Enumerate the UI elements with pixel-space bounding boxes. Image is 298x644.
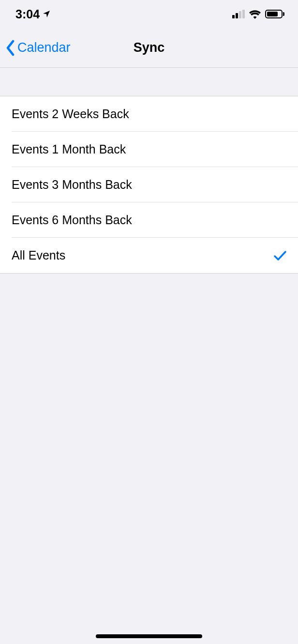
- sync-option-label: Events 2 Weeks Back: [12, 107, 129, 121]
- home-indicator[interactable]: [96, 634, 202, 638]
- status-bar: 3:04: [0, 0, 298, 28]
- checkmark-icon: [274, 250, 286, 261]
- sync-option-label: Events 6 Months Back: [12, 213, 132, 227]
- section-spacer: [0, 68, 298, 96]
- sync-option[interactable]: Events 6 Months Back: [0, 202, 298, 238]
- cellular-signal-icon: [232, 10, 245, 18]
- sync-option-label: Events 1 Month Back: [12, 142, 126, 156]
- sync-option[interactable]: Events 1 Month Back: [0, 132, 298, 167]
- page-title: Sync: [134, 40, 165, 55]
- status-right: [232, 9, 284, 19]
- status-time: 3:04: [15, 7, 40, 21]
- sync-option-label: Events 3 Months Back: [12, 178, 132, 192]
- battery-fill: [267, 12, 278, 16]
- status-left: 3:04: [15, 7, 50, 21]
- battery-icon: [265, 10, 284, 18]
- sync-options-list: Events 2 Weeks BackEvents 1 Month BackEv…: [0, 96, 298, 274]
- sync-option[interactable]: All Events: [0, 238, 298, 273]
- location-icon: [43, 10, 50, 18]
- sync-option-label: All Events: [12, 248, 65, 262]
- back-button[interactable]: Calendar: [0, 40, 71, 56]
- wifi-icon: [249, 9, 261, 19]
- back-label: Calendar: [17, 40, 71, 55]
- chevron-back-icon: [6, 40, 15, 56]
- navigation-bar: Calendar Sync: [0, 28, 298, 68]
- sync-option[interactable]: Events 2 Weeks Back: [0, 96, 298, 132]
- sync-option[interactable]: Events 3 Months Back: [0, 167, 298, 202]
